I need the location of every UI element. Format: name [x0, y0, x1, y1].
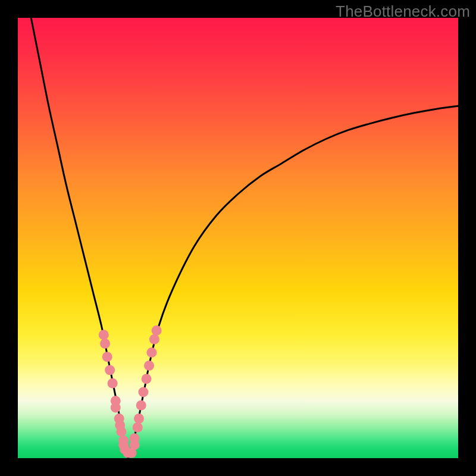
chart-frame: TheBottleneck.com [0, 0, 476, 476]
data-marker [142, 374, 152, 384]
data-marker [138, 387, 148, 397]
data-marker [133, 422, 143, 433]
data-marker [116, 427, 126, 437]
curve-layer [31, 18, 458, 458]
plot-area [18, 18, 458, 458]
data-marker [100, 339, 110, 349]
data-marker [134, 414, 144, 424]
chart-svg [18, 18, 458, 458]
data-marker [99, 330, 109, 340]
series-right-branch [128, 106, 458, 458]
data-marker [130, 433, 140, 443]
data-marker [152, 325, 162, 336]
marker-layer [99, 325, 162, 458]
series-left-branch [31, 18, 128, 458]
data-marker [146, 347, 156, 358]
data-marker [144, 361, 154, 371]
data-marker [105, 365, 115, 375]
data-marker [136, 400, 146, 411]
data-marker [149, 334, 159, 345]
data-marker [111, 402, 121, 412]
data-marker [108, 378, 118, 389]
data-marker [102, 352, 112, 362]
